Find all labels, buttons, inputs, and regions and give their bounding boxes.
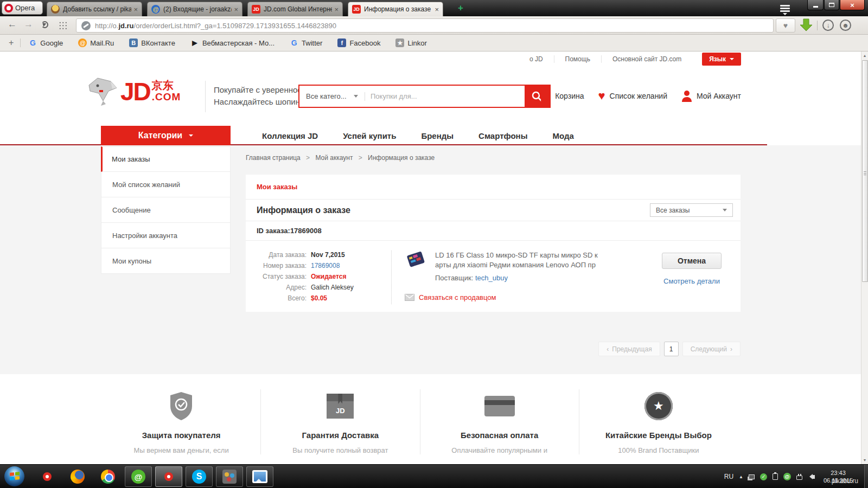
add-bookmark-icon[interactable]: + xyxy=(9,38,14,48)
tab-close-icon[interactable]: × xyxy=(435,5,439,14)
bookmark-webmaster[interactable]: ▶Вебмастерская - Мо... xyxy=(190,38,275,47)
supplier-link[interactable]: tech_ubuy xyxy=(475,274,508,282)
contact-seller-link[interactable]: Связаться с продавцом xyxy=(405,293,637,301)
account-link[interactable]: Мой Аккаунт xyxy=(681,90,741,102)
search-category-select[interactable]: Все катего... xyxy=(299,92,365,100)
tab-jd-global[interactable]: JD JD.com Global Интернет-... × xyxy=(247,2,343,16)
scrollbar-thumb[interactable] xyxy=(862,60,868,282)
tray-speaker-icon[interactable] xyxy=(808,474,815,479)
order-panel: Мои заказы Информация о заказе Все заказ… xyxy=(246,175,741,312)
tab-pikabu[interactable]: Добавить ссылку / pikabu... × xyxy=(47,2,142,16)
tab-mail-inbox[interactable]: @ (2) Входящие - joraakz@m... × xyxy=(147,2,242,16)
tab-close-icon[interactable]: × xyxy=(133,5,138,14)
order-number-link[interactable]: 17869008 xyxy=(311,260,340,271)
prev-page-button[interactable]: ‹ Предыдущая xyxy=(598,342,660,356)
footer-title: Китайские Бренды Выбор xyxy=(579,431,738,440)
address-bar: ← → http://o.jd.ru/order/orderList.html?… xyxy=(0,16,868,35)
tray-usb-icon[interactable] xyxy=(796,476,802,480)
downloads-icon[interactable]: ↓ xyxy=(822,20,834,31)
new-tab-button[interactable]: + xyxy=(455,3,467,14)
footer-title: Защита покупателя xyxy=(102,431,260,440)
scroll-up-button[interactable]: ▲ xyxy=(861,52,868,60)
tray-agent-icon[interactable]: @ xyxy=(783,473,791,480)
page-scrollbar[interactable]: ▲ ▼ xyxy=(861,52,868,464)
taskbar-clock[interactable]: 23:43 06.11.2015 pikabu.ru xyxy=(820,469,856,484)
wishlist-link[interactable]: ♥ Список желаний xyxy=(598,91,667,101)
bookmark-linkor[interactable]: ★Linkor xyxy=(395,38,426,47)
breadcrumb-home[interactable]: Главная страница xyxy=(246,154,301,162)
order-number-label: Номер заказа: xyxy=(257,260,307,271)
sidebar-item-wishlist[interactable]: Мой список желаний xyxy=(101,172,231,197)
taskbar-paint-app[interactable] xyxy=(216,466,243,487)
start-button[interactable] xyxy=(4,466,24,486)
maximize-button[interactable] xyxy=(824,0,839,10)
forward-button[interactable]: → xyxy=(24,19,33,30)
tray-check-icon[interactable]: ✓ xyxy=(760,473,767,480)
taskbar-firefox[interactable] xyxy=(64,466,91,487)
tab-title: JD.com Global Интернет-... xyxy=(264,5,332,13)
sidebar-item-messages[interactable]: Сообщение xyxy=(101,197,231,223)
taskbar-mailru-agent[interactable]: @ xyxy=(125,466,152,487)
nav-item-smartphones[interactable]: Смартфоны xyxy=(478,131,527,140)
breadcrumb-account[interactable]: Мой аккаунт xyxy=(315,154,353,162)
help-link[interactable]: Помощь xyxy=(554,55,601,63)
url-field[interactable]: http://o.jd.ru/order/orderList.html?_ga=… xyxy=(76,18,774,33)
bookmark-heart-button[interactable]: ♥ xyxy=(776,18,795,33)
taskbar-opera-pinned[interactable] xyxy=(34,466,61,487)
opera-menu-button[interactable]: Opera xyxy=(2,1,43,15)
language-indicator[interactable]: RU xyxy=(724,473,733,480)
search-input[interactable] xyxy=(365,92,525,100)
orders-filter-select[interactable]: Все заказы xyxy=(650,203,733,217)
order-status-value: Ожидается xyxy=(311,271,346,282)
taskbar-photo-viewer[interactable] xyxy=(246,466,273,487)
footer-buyer-protection: Защита покупателя Мы вернем вам деньги, … xyxy=(102,389,260,454)
next-page-button[interactable]: Следующий › xyxy=(682,342,741,356)
sidebar-item-my-orders[interactable]: Мои заказы xyxy=(101,146,231,172)
prev-arrow-icon: ‹ xyxy=(607,345,609,353)
reload-button[interactable] xyxy=(41,21,48,28)
search-category-value: Все катего... xyxy=(306,92,347,100)
taskbar-chrome[interactable] xyxy=(94,466,122,487)
tray-clipboard-icon[interactable] xyxy=(773,473,778,480)
bookmark-google[interactable]: GGoogle xyxy=(28,38,63,47)
cancel-order-button[interactable]: Отмена xyxy=(662,253,722,269)
bookmark-twitter[interactable]: GTwitter xyxy=(290,38,322,47)
browser-menu-icon[interactable] xyxy=(778,4,792,15)
nav-item-brands[interactable]: Бренды xyxy=(421,131,454,140)
nav-item-flash-sale[interactable]: Успей купить xyxy=(343,131,396,140)
site-info-badge-icon[interactable] xyxy=(81,21,91,30)
tab-close-icon[interactable]: × xyxy=(334,5,339,14)
scroll-down-button[interactable]: ▼ xyxy=(861,456,868,464)
jd-logo[interactable]: JD 京东 .COM xyxy=(87,76,181,107)
sidebar-item-account-settings[interactable]: Настройки аккаунта xyxy=(101,223,231,248)
taskbar-skype[interactable]: S xyxy=(186,466,213,487)
language-button[interactable]: Язык xyxy=(702,53,741,66)
categories-button[interactable]: Категории xyxy=(101,126,231,145)
bookmark-facebook[interactable]: fFacebook xyxy=(337,38,380,47)
tray-expand-icon[interactable]: ▲ xyxy=(739,474,743,479)
tab-order-info-active[interactable]: JD Информация о заказе × xyxy=(348,2,443,16)
cart-link[interactable]: Корзина xyxy=(537,89,584,102)
tab-close-icon[interactable]: × xyxy=(234,5,238,14)
show-desktop-button[interactable] xyxy=(864,465,868,488)
speed-dial-icon[interactable] xyxy=(59,21,67,30)
minimize-button[interactable] xyxy=(807,0,824,10)
taskbar-opera-active[interactable] xyxy=(155,466,182,487)
product-thumbnail[interactable] xyxy=(405,251,427,270)
back-button[interactable]: ← xyxy=(8,19,17,30)
nav-item-collection[interactable]: Коллекция JD xyxy=(262,131,318,140)
profile-icon[interactable]: ☻ xyxy=(840,20,851,31)
bookmark-mailru[interactable]: @Mail.Ru xyxy=(78,38,114,47)
close-button[interactable]: × xyxy=(840,0,865,10)
about-jd-link[interactable]: о JD xyxy=(519,55,554,63)
view-details-link[interactable]: Смотреть детали xyxy=(643,277,741,285)
bookmark-vk[interactable]: BВКонтакте xyxy=(129,38,175,47)
download-arrow-icon[interactable] xyxy=(800,18,813,35)
page-number[interactable]: 1 xyxy=(664,342,679,356)
product-title[interactable]: LD 16 ГБ Class 10 микро-SD TF карты микр… xyxy=(435,251,598,270)
main-site-link[interactable]: Основной сайт JD.com xyxy=(601,55,692,63)
tray-windows-icon[interactable] xyxy=(749,474,755,479)
sidebar-item-coupons[interactable]: Мои купоны xyxy=(101,248,231,274)
footer-subtitle: Оплачивайте популярными и xyxy=(420,446,579,454)
nav-item-fashion[interactable]: Мода xyxy=(552,131,573,140)
